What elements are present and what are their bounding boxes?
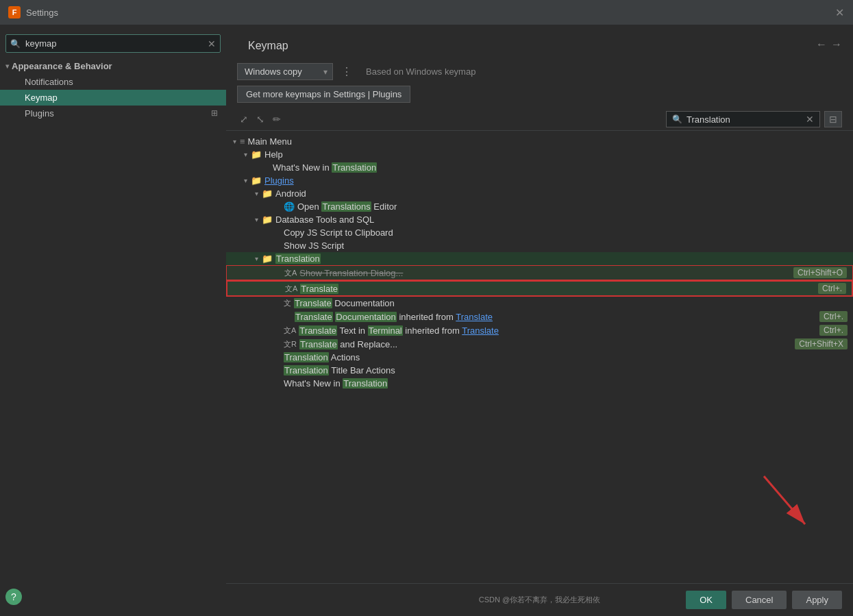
menu-dots-button[interactable]: ⋮ bbox=[338, 65, 355, 78]
tree-node-help[interactable]: ▾ 📁 Help bbox=[226, 148, 853, 161]
edit-shortcut-button[interactable]: ✏ bbox=[270, 112, 284, 126]
highlight-translate: Translate bbox=[294, 298, 332, 308]
tree-area[interactable]: ▾ ≡ Main Menu ▾ 📁 Help What's New in Tra… bbox=[226, 131, 853, 583]
sidebar-item-keymap[interactable]: Keymap bbox=[0, 90, 226, 106]
collapse-all-button[interactable]: ⤡ bbox=[254, 112, 267, 126]
sidebar-item-label: Keymap bbox=[25, 93, 58, 103]
tree-node-android[interactable]: ▾ 📁 Android bbox=[226, 187, 853, 200]
filter-search-icon: 🔍 bbox=[672, 114, 682, 124]
filter-options-button[interactable]: ⊟ bbox=[824, 111, 842, 127]
folder-icon: 📁 bbox=[251, 175, 262, 186]
expand-arrow: ▾ bbox=[240, 177, 251, 184]
keymap-select-wrapper: Windows copy ▾ bbox=[237, 63, 333, 80]
settings-dialog: F Settings ✕ 🔍 ✕ ▾ Appearance & Behavior… bbox=[0, 0, 853, 616]
sidebar-item-plugins[interactable]: Plugins ⊞ bbox=[0, 106, 226, 121]
tree-node-translate-doc[interactable]: 文 Translate Documentation bbox=[226, 297, 853, 310]
tree-node-translate-doc-inherited[interactable]: Translate Documentation inherited from T… bbox=[226, 310, 853, 323]
filter-clear-icon[interactable]: ✕ bbox=[806, 114, 814, 125]
highlight-translate: Translate bbox=[300, 284, 338, 294]
sidebar-item-notifications[interactable]: Notifications bbox=[0, 74, 226, 90]
highlight-doc: Documentation bbox=[335, 312, 396, 322]
tree-node-label: Translate Text in Terminal inherited fro… bbox=[299, 325, 819, 336]
filter-input-wrapper: 🔍 ✕ bbox=[666, 111, 820, 127]
sidebar-plugin-icon: ⊞ bbox=[211, 108, 218, 119]
tree-node-label: Open Translations Editor bbox=[297, 201, 853, 212]
expand-arrow: ▾ bbox=[251, 190, 262, 197]
tree-node-whats-new[interactable]: What's New in Translation bbox=[226, 161, 853, 174]
expand-arrow: ▾ bbox=[240, 151, 251, 158]
tree-node-label: Help bbox=[264, 149, 853, 160]
tree-node-label: Android bbox=[275, 188, 853, 199]
get-more-keymaps-button[interactable]: Get more keymaps in Settings | Plugins bbox=[237, 86, 410, 103]
tree-node-label: Main Menu bbox=[248, 136, 853, 147]
link-translate: Translate bbox=[462, 325, 499, 336]
title-bar-left: F Settings bbox=[8, 6, 58, 19]
translate-icon: 文A bbox=[284, 268, 297, 278]
keymap-description: Based on Windows keymap bbox=[360, 65, 481, 78]
filter-input[interactable] bbox=[687, 114, 802, 125]
app-icon: F bbox=[8, 6, 21, 19]
tree-node-label: Show Translation Dialog... bbox=[299, 268, 793, 278]
search-clear-icon[interactable]: ✕ bbox=[208, 38, 216, 49]
highlight-translation: Translation bbox=[332, 162, 377, 173]
window-title: Settings bbox=[26, 8, 58, 18]
tree-node-show-translation-dialog[interactable]: 文A Show Translation Dialog... Ctrl+Shift… bbox=[226, 265, 853, 280]
search-filter: 🔍 ✕ ⊟ bbox=[286, 111, 842, 127]
tree-node-copy-js[interactable]: Copy JS Script to Clipboard bbox=[226, 226, 853, 239]
right-panel: Keymap ← → Windows copy ▾ ⋮ Based on Win… bbox=[226, 25, 853, 616]
tree-node-label: Translation Actions bbox=[284, 352, 853, 362]
strikethrough-label: Show Translation Dialog... bbox=[299, 268, 403, 278]
tree-node-translation-folder[interactable]: ▾ 📁 Translation bbox=[226, 252, 853, 265]
tree-node-label: Plugins bbox=[264, 175, 853, 186]
folder-icon: 📁 bbox=[251, 149, 262, 160]
highlight-translation: Translation bbox=[284, 365, 329, 375]
ok-button[interactable]: OK bbox=[686, 591, 726, 609]
cancel-button[interactable]: Cancel bbox=[732, 591, 787, 609]
panel-title: Keymap bbox=[237, 32, 299, 58]
expand-arrow: ▾ bbox=[229, 138, 240, 145]
tree-node-translate-terminal[interactable]: 文A Translate Text in Terminal inherited … bbox=[226, 323, 853, 337]
highlight-translate: Translate bbox=[299, 339, 338, 349]
tree-node-whats-new-2[interactable]: What's New in Translation bbox=[226, 377, 853, 390]
expand-arrow: ▾ bbox=[5, 62, 9, 70]
search-box: 🔍 ✕ bbox=[5, 34, 221, 53]
help-button[interactable]: ? bbox=[5, 589, 22, 605]
footer: CSDN @你若不离弃，我必生死相依 OK Cancel Apply bbox=[226, 583, 853, 616]
sidebar-item-appearance[interactable]: ▾ Appearance & Behavior bbox=[0, 58, 226, 74]
tree-node-show-js[interactable]: Show JS Script bbox=[226, 239, 853, 252]
close-button[interactable]: ✕ bbox=[834, 7, 845, 18]
tree-node-translate[interactable]: 文A Translate Ctrl+. bbox=[226, 280, 853, 297]
nav-back-button[interactable]: ← bbox=[816, 38, 827, 51]
tree-node-open-translations[interactable]: 🌐 Open Translations Editor bbox=[226, 200, 853, 213]
tree-node-label: Translation bbox=[275, 254, 853, 264]
nav-forward-button[interactable]: → bbox=[831, 38, 842, 51]
globe-icon: 🌐 bbox=[284, 201, 295, 212]
search-icon: 🔍 bbox=[10, 39, 21, 49]
tree-node-label: Translate bbox=[300, 284, 818, 294]
link-translate: Translate bbox=[456, 312, 493, 322]
tree-node-plugins[interactable]: ▾ 📁 Plugins bbox=[226, 174, 853, 187]
menu-icon: ≡ bbox=[240, 136, 245, 147]
keymap-toolbar: Windows copy ▾ ⋮ Based on Windows keymap bbox=[226, 60, 853, 86]
highlight-translation: Translation bbox=[284, 352, 329, 362]
highlight-terminal: Terminal bbox=[368, 325, 403, 336]
highlight-translations: Translations bbox=[321, 201, 371, 212]
main-content: 🔍 ✕ ▾ Appearance & Behavior Notification… bbox=[0, 25, 853, 616]
search-input[interactable] bbox=[5, 34, 221, 53]
tree-node-translate-replace[interactable]: 文R Translate and Replace... Ctrl+Shift+X bbox=[226, 337, 853, 351]
tree-node-translation-actions[interactable]: Translation Actions bbox=[226, 351, 853, 364]
expand-all-button[interactable]: ⤢ bbox=[237, 112, 251, 126]
highlight-translation-folder: Translation bbox=[275, 254, 321, 264]
tree-node-db-tools[interactable]: ▾ 📁 Database Tools and SQL bbox=[226, 213, 853, 226]
tree-node-main-menu[interactable]: ▾ ≡ Main Menu bbox=[226, 135, 853, 148]
apply-button[interactable]: Apply bbox=[792, 591, 842, 609]
sidebar: 🔍 ✕ ▾ Appearance & Behavior Notification… bbox=[0, 25, 226, 616]
sidebar-item-label: Appearance & Behavior bbox=[12, 61, 112, 71]
tree-node-label: Translation Title Bar Actions bbox=[284, 365, 853, 375]
translate-icon: 文 bbox=[284, 298, 291, 308]
keymap-select[interactable]: Windows copy bbox=[237, 63, 333, 80]
tree-node-translation-title[interactable]: Translation Title Bar Actions bbox=[226, 364, 853, 377]
folder-icon: 📁 bbox=[262, 214, 273, 225]
expand-arrow: ▾ bbox=[251, 216, 262, 223]
sidebar-item-label: Plugins bbox=[25, 108, 54, 119]
